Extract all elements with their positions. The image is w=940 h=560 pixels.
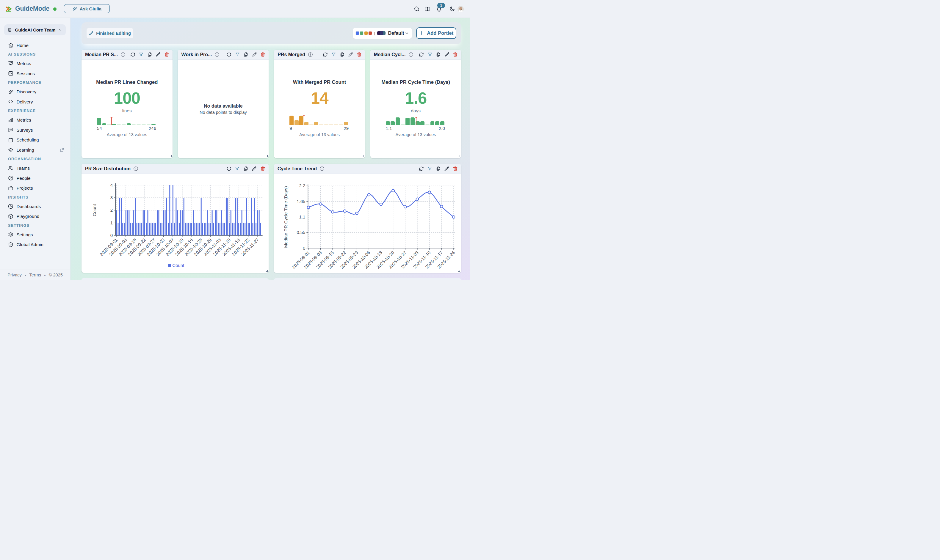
svg-text:2.2: 2.2 (299, 183, 305, 188)
svg-text:4: 4 (110, 183, 113, 188)
svg-text:Median PR Cycle Time (Days): Median PR Cycle Time (Days) (283, 186, 288, 248)
svg-text:1: 1 (110, 220, 113, 225)
svg-text:1.1: 1.1 (299, 214, 305, 219)
svg-text:1.65: 1.65 (296, 199, 305, 204)
svg-text:0.55: 0.55 (296, 230, 305, 235)
svg-text:2: 2 (110, 208, 113, 212)
svg-text:Count: Count (92, 204, 97, 216)
svg-text:0: 0 (303, 246, 305, 251)
svg-text:Count: Count (172, 263, 184, 268)
svg-text:0: 0 (110, 233, 113, 238)
svg-text:3: 3 (110, 195, 113, 200)
